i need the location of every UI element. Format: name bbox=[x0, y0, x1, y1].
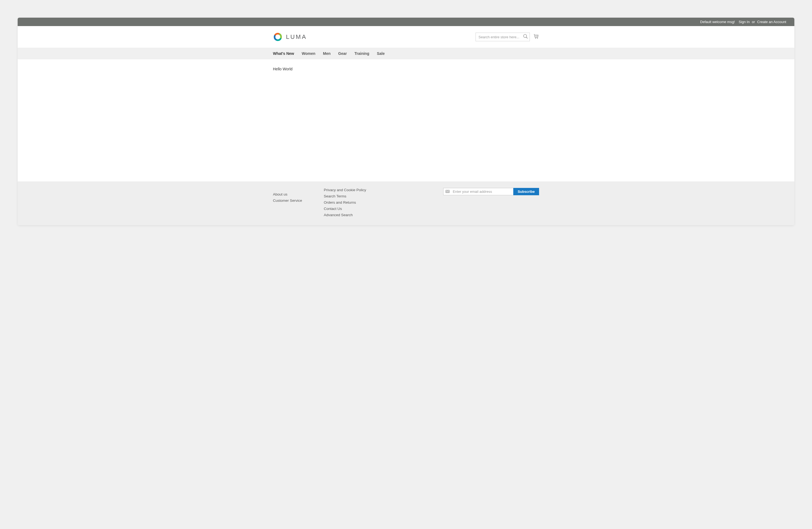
luma-logo-icon bbox=[273, 32, 283, 42]
footer-link-advanced-search[interactable]: Advanced Search bbox=[324, 213, 366, 217]
page-wrapper: Default welcome msg! Sign In or Create a… bbox=[18, 18, 794, 225]
welcome-message: Default welcome msg! bbox=[700, 20, 735, 24]
mail-icon bbox=[445, 189, 450, 194]
svg-point-5 bbox=[537, 38, 538, 39]
sign-in-link[interactable]: Sign In bbox=[739, 20, 750, 24]
subscribe-input-wrapper bbox=[443, 188, 513, 195]
nav-item-whats-new[interactable]: What's New bbox=[273, 48, 294, 59]
footer-col-2: Privacy and Cookie Policy Search Terms O… bbox=[324, 188, 366, 217]
separator-text: or bbox=[752, 20, 755, 24]
logo[interactable]: LUMA bbox=[273, 32, 307, 42]
content-text: Hello World bbox=[273, 67, 539, 71]
footer-col-1: About us Customer Service bbox=[273, 188, 302, 217]
header: LUMA bbox=[18, 26, 794, 48]
cart-icon[interactable] bbox=[534, 34, 539, 40]
footer-link-privacy[interactable]: Privacy and Cookie Policy bbox=[324, 188, 366, 192]
header-inner: LUMA bbox=[270, 32, 542, 42]
search-icon[interactable] bbox=[523, 34, 528, 40]
svg-point-4 bbox=[536, 38, 536, 39]
search-input[interactable] bbox=[476, 33, 530, 41]
nav-item-women[interactable]: Women bbox=[302, 48, 315, 59]
subscribe-button[interactable]: Subscribe bbox=[513, 188, 539, 195]
nav-bar: What's New Women Men Gear Training Sale bbox=[18, 48, 794, 59]
top-bar: Default welcome msg! Sign In or Create a… bbox=[18, 18, 794, 26]
header-right bbox=[476, 33, 539, 41]
footer: About us Customer Service Privacy and Co… bbox=[18, 181, 794, 225]
footer-link-about[interactable]: About us bbox=[273, 192, 302, 196]
nav-item-men[interactable]: Men bbox=[323, 48, 331, 59]
footer-link-search-terms[interactable]: Search Terms bbox=[324, 194, 366, 198]
logo-text: LUMA bbox=[286, 33, 307, 41]
footer-link-customer-service[interactable]: Customer Service bbox=[273, 199, 302, 203]
create-account-link[interactable]: Create an Account bbox=[757, 20, 786, 24]
main-content: Hello World bbox=[270, 59, 542, 181]
nav-item-gear[interactable]: Gear bbox=[338, 48, 347, 59]
subscribe-email-input[interactable] bbox=[443, 188, 513, 195]
footer-left: About us Customer Service Privacy and Co… bbox=[273, 188, 366, 217]
search-wrapper bbox=[476, 33, 530, 41]
nav-item-training[interactable]: Training bbox=[354, 48, 369, 59]
footer-link-orders-returns[interactable]: Orders and Returns bbox=[324, 201, 366, 205]
nav-inner: What's New Women Men Gear Training Sale bbox=[270, 48, 542, 59]
subscribe-wrapper: Subscribe bbox=[443, 188, 539, 195]
footer-link-contact[interactable]: Contact Us bbox=[324, 207, 366, 211]
nav-item-sale[interactable]: Sale bbox=[377, 48, 385, 59]
footer-inner: About us Customer Service Privacy and Co… bbox=[270, 188, 542, 217]
